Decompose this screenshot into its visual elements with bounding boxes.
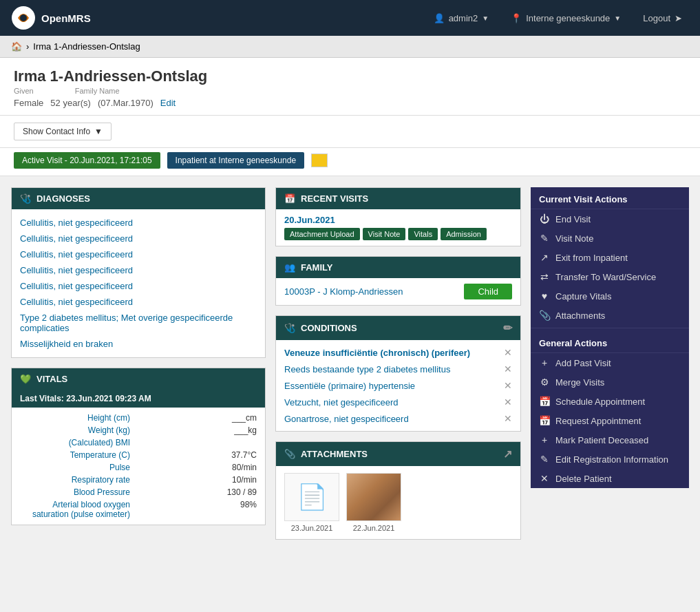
vitals-label: Height (cm) — [20, 413, 130, 423]
attachments-section: 📎 ATTACHMENTS ↗ 📄 23.Jun.2021 22.Jun.202… — [275, 441, 521, 540]
location-menu[interactable]: 📍 Interne geneeskunde ▼ — [504, 9, 628, 28]
attachment-item[interactable]: 📄 23.Jun.2021 — [284, 473, 339, 532]
transfer-ward-action[interactable]: ⇄ Transfer To Ward/Service — [531, 267, 689, 286]
condition-item: Essentiële (primaire) hypertensie ✕ — [284, 377, 512, 394]
diagnosis-item[interactable]: Type 2 diabetes mellitus; Met overige ge… — [12, 310, 265, 336]
vitals-row: Arterial blood oxygen saturation (pulse … — [20, 498, 257, 520]
merge-visits-action[interactable]: ⚙ Merge Visits — [531, 372, 689, 392]
exit-inpatient-action[interactable]: ↗ Exit from Inpatient — [531, 248, 689, 267]
diagnoses-header: 🩺 DIAGNOSES — [12, 188, 265, 209]
attachment-item[interactable]: 22.Jun.2021 — [346, 473, 401, 532]
top-navigation: OpenMRS 👤 admin2 ▼ 📍 Interne geneeskunde… — [0, 0, 700, 36]
diagnosis-item[interactable]: Cellulitis, niet gespecificeerd — [12, 215, 265, 231]
add-past-visit-icon: + — [539, 357, 550, 368]
request-appointment-action[interactable]: 📅 Request Appointment — [531, 411, 689, 430]
attachments-action[interactable]: 📎 Attachments — [531, 306, 689, 325]
family-header: 👥 FAMILY — [276, 257, 520, 278]
diagnosis-item[interactable]: Cellulitis, niet gespecificeerd — [12, 262, 265, 278]
family-row: 10003P - J Klomp-Andriessen Child — [276, 278, 520, 305]
patient-gender: Female — [14, 98, 43, 108]
center-column: 📅 RECENT VISITS 20.Jun.2021 Attachment U… — [275, 187, 521, 540]
conditions-title: CONDITIONS — [301, 323, 357, 333]
attachment-pdf-thumb: 📄 — [284, 473, 339, 521]
logout-button[interactable]: Logout ➤ — [636, 9, 689, 28]
breadcrumb: 🏠 › Irma 1-Andriessen-Ontslag — [0, 36, 700, 58]
right-column: Current Visit Actions ⏻ End Visit ✎ Visi… — [531, 187, 689, 540]
vitals-table: Height (cm) ___cm Weight (kg) ___kg (Cal… — [12, 408, 265, 525]
exit-inpatient-label: Exit from Inpatient — [555, 253, 628, 263]
condition-name[interactable]: Veneuze insufficiëntie (chronisch) (peri… — [284, 348, 470, 358]
condition-item: Veneuze insufficiëntie (chronisch) (peri… — [284, 344, 512, 361]
vitals-row: Blood Pressure 130 / 89 — [20, 486, 257, 498]
vitals-value: ___cm — [232, 413, 257, 423]
patient-name: Irma 1-Andriessen-Ontslag — [14, 67, 686, 85]
vitals-icon: 💚 — [20, 374, 31, 384]
diagnoses-icon: 🩺 — [20, 193, 31, 204]
conditions-edit-icon[interactable]: ✏ — [503, 321, 512, 335]
edit-registration-action[interactable]: ✎ Edit Registration Information — [531, 450, 689, 469]
schedule-appointment-action[interactable]: 📅 Schedule Appointment — [531, 392, 689, 411]
family-section: 👥 FAMILY 10003P - J Klomp-Andriessen Chi… — [275, 256, 521, 306]
condition-item: Reeds bestaande type 2 diabetes mellitus… — [284, 361, 512, 377]
condition-remove-button[interactable]: ✕ — [504, 413, 512, 424]
condition-remove-button[interactable]: ✕ — [504, 363, 512, 374]
condition-name[interactable]: Gonartrose, niet gespecificeerd — [284, 414, 409, 424]
condition-name[interactable]: Essentiële (primaire) hypertensie — [284, 381, 415, 391]
edit-patient-link[interactable]: Edit — [160, 98, 176, 108]
family-member-name[interactable]: 10003P - J Klomp-Andriessen — [284, 286, 403, 297]
visit-tag: Vitals — [408, 228, 438, 240]
logo-text: OpenMRS — [41, 12, 91, 24]
end-visit-action[interactable]: ⏻ End Visit — [531, 209, 689, 229]
diagnosis-item[interactable]: Cellulitis, niet gespecificeerd — [12, 246, 265, 262]
visit-icon-badge[interactable] — [311, 154, 328, 167]
attachments-share-icon[interactable]: ↗ — [503, 447, 512, 461]
condition-name[interactable]: Reeds bestaande type 2 diabetes mellitus — [284, 364, 450, 374]
diagnoses-section: 🩺 DIAGNOSES Cellulitis, niet gespecifice… — [11, 187, 266, 358]
recent-visits-icon: 📅 — [284, 193, 295, 204]
visit-note-action[interactable]: ✎ Visit Note — [531, 229, 689, 248]
breadcrumb-patient-name: Irma 1-Andriessen-Ontslag — [33, 41, 140, 52]
home-icon[interactable]: 🏠 — [11, 41, 22, 52]
condition-remove-button[interactable]: ✕ — [504, 397, 512, 408]
vitals-label: Respiratory rate — [20, 475, 130, 485]
edit-registration-label: Edit Registration Information — [555, 454, 668, 465]
conditions-header: 🩺 CONDITIONS ✏ — [276, 316, 520, 340]
condition-remove-button[interactable]: ✕ — [504, 380, 512, 391]
condition-remove-button[interactable]: ✕ — [504, 347, 512, 358]
add-past-visit-action[interactable]: + Add Past Visit — [531, 353, 689, 372]
diagnosis-item[interactable]: Cellulitis, niet gespecificeerd — [12, 278, 265, 294]
mark-deceased-icon: + — [539, 434, 550, 445]
patient-age: 52 year(s) — [50, 98, 91, 108]
mark-deceased-label: Mark Patient Deceased — [555, 435, 648, 445]
diagnosis-item[interactable]: Cellulitis, niet gespecificeerd — [12, 231, 265, 246]
attachments-header: 📎 ATTACHMENTS ↗ — [276, 442, 520, 466]
schedule-appointment-label: Schedule Appointment — [555, 397, 645, 407]
delete-patient-action[interactable]: ✕ Delete Patient — [531, 469, 689, 488]
delete-patient-icon: ✕ — [539, 473, 550, 484]
user-menu[interactable]: 👤 admin2 ▼ — [427, 9, 496, 28]
family-relation-badge: Child — [464, 284, 512, 299]
vitals-label: Blood Pressure — [20, 487, 130, 497]
current-visit-actions-title: Current Visit Actions — [531, 187, 689, 209]
location-arrow: ▼ — [614, 14, 621, 22]
show-contact-info-button[interactable]: Show Contact Info ▼ — [14, 123, 112, 140]
logo[interactable]: OpenMRS — [11, 6, 91, 30]
mark-patient-deceased-action[interactable]: + Mark Patient Deceased — [531, 430, 689, 450]
request-appointment-icon: 📅 — [539, 415, 550, 426]
vitals-value: 80/min — [232, 463, 257, 472]
conditions-list: Veneuze insufficiëntie (chronisch) (peri… — [276, 340, 520, 431]
condition-name[interactable]: Vetzucht, niet gespecificeerd — [284, 397, 399, 408]
recent-visit-date[interactable]: 20.Jun.2021 — [276, 209, 520, 228]
visit-note-icon: ✎ — [539, 233, 550, 244]
vitals-label: Weight (kg) — [20, 425, 130, 435]
capture-vitals-action[interactable]: ♥ Capture Vitals — [531, 286, 689, 306]
attachment-date: 23.Jun.2021 — [291, 524, 333, 532]
merge-visits-label: Merge Visits — [555, 377, 604, 388]
diagnosis-item[interactable]: Misselijkheid en braken — [12, 336, 265, 352]
diagnosis-item[interactable]: Cellulitis, niet gespecificeerd — [12, 294, 265, 310]
vitals-label: Temperature (C) — [20, 450, 130, 460]
visit-tag: Visit Note — [363, 228, 406, 240]
vitals-value: 98% — [240, 500, 257, 519]
end-visit-label: End Visit — [555, 214, 591, 224]
contact-info-arrow: ▼ — [94, 127, 103, 136]
